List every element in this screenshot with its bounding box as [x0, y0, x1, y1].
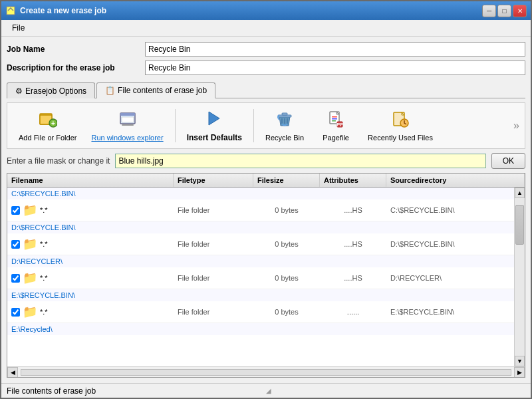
folder-icon: 📁 [23, 237, 37, 251]
svg-text:+: + [51, 120, 55, 127]
scroll-down-arrow[interactable]: ▼ [515, 356, 525, 366]
scroll-thumb[interactable] [515, 205, 524, 245]
file-list-header: Filename Filetype Filesize Attributes So… [7, 174, 525, 188]
file-list-body[interactable]: C:\$RECYCLE.BIN\ 📁 *.* File folder 0 byt… [7, 188, 514, 366]
file-mask-input[interactable] [115, 154, 485, 168]
description-input[interactable] [145, 61, 525, 75]
table-row[interactable]: 📁 *.* File folder 0 bytes ....HS C:\$REC… [7, 200, 514, 221]
filesize-cell: 0 bytes [253, 273, 320, 283]
toolbar-expand: » [513, 120, 519, 132]
description-row: Description for the erase job [7, 61, 525, 75]
attributes-cell: ....HS [320, 239, 386, 249]
add-file-button[interactable]: + Add File or Folder [13, 106, 82, 145]
file-mask-row: Enter a file mask or change it OK [7, 153, 525, 169]
header-filename: Filename [7, 174, 174, 187]
add-file-icon: + [39, 110, 57, 132]
group-header: E:\$RECYCLE.BIN\ [7, 289, 514, 301]
scroll-track[interactable] [515, 198, 525, 356]
run-explorer-icon [118, 110, 137, 132]
status-bar: File contents of erase job ◢ [1, 383, 531, 398]
header-filesize: Filesize [253, 174, 320, 187]
filename-text: *.* [40, 274, 48, 282]
file-mask-label: Enter a file mask or change it [7, 156, 110, 166]
horizontal-scrollbar[interactable]: ◀ ▶ [7, 366, 525, 377]
file-list-container: Filename Filetype Filesize Attributes So… [7, 173, 525, 378]
ok-button[interactable]: OK [491, 153, 525, 169]
table-row[interactable]: 📁 *.* File folder 0 bytes ....HS D:\$REC… [7, 233, 514, 255]
header-filetype: Filetype [174, 174, 253, 187]
run-explorer-button[interactable]: Run windows explorer [85, 106, 169, 145]
attributes-cell: ....HS [320, 205, 386, 215]
row-checkbox[interactable] [11, 240, 20, 249]
minimize-button[interactable]: ─ [482, 5, 496, 17]
file-list-scroll-area: C:\$RECYCLE.BIN\ 📁 *.* File folder 0 byt… [7, 188, 525, 366]
tab-erasejob[interactable]: ⚙ Erasejob Options [7, 82, 95, 98]
attributes-cell: ...... [320, 307, 386, 317]
description-label: Description for the erase job [7, 63, 140, 72]
filename-text: *.* [40, 240, 48, 248]
menu-bar: File [1, 20, 531, 37]
h-scroll-track[interactable] [21, 369, 511, 376]
attributes-cell: ....HS [320, 273, 386, 283]
filetype-cell: File folder [174, 239, 253, 249]
scroll-right-arrow[interactable]: ▶ [514, 367, 525, 378]
row-checkbox[interactable] [11, 274, 20, 283]
scroll-left-arrow[interactable]: ◀ [7, 367, 18, 378]
erasejob-tab-label: Erasejob Options [25, 86, 86, 96]
row-checkbox[interactable] [11, 206, 20, 215]
filecontents-tab-icon: 📋 [105, 86, 115, 95]
filename-cell: 📁 *.* [7, 201, 174, 219]
svg-rect-11 [282, 113, 287, 115]
tab-filecontents[interactable]: 📋 File contents of erase job [96, 82, 215, 98]
recycle-bin-label: Recycle Bin [265, 134, 304, 142]
group-header: C:\$RECYCLE.BIN\ [7, 188, 514, 200]
recycle-bin-button[interactable]: Recycle Bin [259, 106, 310, 145]
recently-used-icon [391, 110, 410, 132]
header-sourcedir: Sourcedirectory [386, 174, 525, 187]
recycle-bin-icon [275, 110, 294, 132]
svg-rect-6 [120, 113, 135, 116]
sourcedir-cell: D:\$RECYCLE.BIN\ [386, 239, 514, 249]
sourcedir-cell: C:\$RECYCLE.BIN\ [386, 205, 514, 215]
sourcedir-cell: E:\$RECYCLE.BIN\ [386, 307, 514, 317]
main-window: Create a new erase job ─ □ ✕ File Job Na… [0, 0, 532, 399]
svg-rect-14 [332, 118, 337, 120]
group-header: D:\RECYCLER\ [7, 255, 514, 267]
erasejob-tab-icon: ⚙ [15, 86, 23, 96]
close-button[interactable]: ✕ [513, 5, 527, 17]
add-file-label: Add File or Folder [19, 134, 76, 142]
maximize-button[interactable]: □ [497, 5, 511, 17]
insert-defaults-label: Insert Defaults [187, 133, 242, 142]
recently-used-button[interactable]: Recently Used Files [362, 106, 439, 145]
job-name-row: Job Name [7, 42, 525, 57]
filetype-cell: File folder [174, 307, 253, 317]
filename-text: *.* [40, 206, 48, 214]
window-controls: ─ □ ✕ [482, 5, 527, 17]
svg-rect-7 [122, 117, 134, 122]
filesize-cell: 0 bytes [253, 205, 320, 215]
job-name-input[interactable] [145, 42, 525, 57]
svg-rect-8 [122, 124, 134, 126]
status-text: File contents of erase job [7, 386, 266, 396]
group-header: D:\$RECYCLE.BIN\ [7, 221, 514, 233]
vertical-scrollbar[interactable]: ▲ ▼ [514, 188, 525, 366]
pagefile-button[interactable]: PF Pagefile [313, 106, 359, 145]
table-row[interactable]: 📁 *.* File folder 0 bytes ...... E:\$REC… [7, 301, 514, 323]
folder-icon: 📁 [23, 271, 37, 285]
header-attributes: Attributes [320, 174, 386, 187]
group-header: E:\Recycled\ [7, 323, 514, 335]
filetype-cell: File folder [174, 273, 253, 283]
pagefile-icon: PF [327, 110, 345, 132]
row-checkbox[interactable] [11, 308, 20, 317]
scroll-up-arrow[interactable]: ▲ [515, 188, 525, 198]
table-row[interactable]: 📁 *.* File folder 0 bytes ....HS D:\RECY… [7, 267, 514, 289]
toolbar-divider-1 [175, 109, 176, 142]
window-icon [5, 5, 16, 16]
insert-defaults-button[interactable]: Insert Defaults [181, 106, 248, 146]
file-menu[interactable]: File [7, 22, 30, 34]
pagefile-label: Pagefile [323, 134, 349, 142]
resize-grip[interactable]: ◢ [266, 387, 525, 394]
svg-marker-9 [209, 112, 219, 125]
folder-icon: 📁 [23, 203, 37, 217]
svg-rect-13 [332, 116, 337, 118]
